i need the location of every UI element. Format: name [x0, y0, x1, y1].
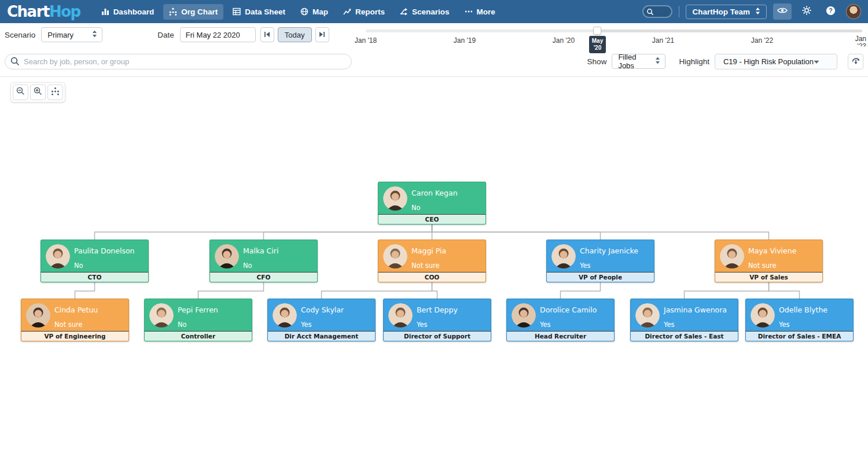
eye-icon — [777, 6, 788, 17]
job-title: Director of Sales - EMEA — [745, 331, 854, 341]
today-button[interactable]: Today — [278, 27, 312, 42]
org-card-odelle-blythe[interactable]: Odelle BlytheYesDirector of Sales - EMEA — [745, 299, 854, 341]
highlight-value: Yes — [580, 262, 591, 270]
avatar — [383, 244, 407, 268]
zoom-out-button[interactable] — [13, 84, 28, 100]
top-navbar: ChartHop DashboardOrg ChartData SheetMap… — [0, 0, 868, 23]
org-search — [5, 54, 352, 69]
highlight-value: Yes — [664, 321, 675, 329]
nav-item-scenarios[interactable]: Scenarios — [394, 4, 455, 20]
avatar — [751, 303, 775, 327]
nav-item-data-sheet[interactable]: Data Sheet — [227, 4, 291, 20]
org-chart-canvas[interactable]: Caron KeganNoCEOPaulita DonelsonNoCTOMal… — [0, 77, 868, 449]
nav-item-map[interactable]: Map — [295, 4, 334, 20]
person-name: Cody Skylar — [301, 306, 344, 314]
updown-caret-icon — [92, 31, 97, 39]
org-card-pepi-ferren[interactable]: Pepi FerrenNoController — [144, 299, 252, 341]
job-title: CEO — [378, 214, 486, 225]
filter-bar: Show Filled Jobs Highlight C19 - High Ri… — [0, 46, 868, 77]
help-button[interactable]: ? — [822, 3, 840, 21]
scenario-toolbar: Scenario Primary Date Today May '20 Jan … — [0, 23, 868, 46]
date-input[interactable] — [180, 27, 256, 42]
highlight-value: Not sure — [411, 262, 440, 270]
avatar — [551, 244, 576, 268]
job-title: Head Recruiter — [506, 331, 615, 341]
show-select-value: Filled Jobs — [618, 53, 650, 70]
date-skip-forward-button[interactable] — [315, 27, 329, 42]
highlight-value: Yes — [417, 321, 428, 329]
zoom-in-button[interactable] — [30, 84, 46, 100]
settings-button[interactable] — [798, 3, 815, 20]
date-skip-back-button[interactable] — [260, 27, 274, 42]
sync-highlight-button[interactable] — [848, 54, 863, 69]
nav-item-label: Reports — [355, 8, 385, 16]
highlight-value: Yes — [779, 321, 790, 329]
app-logo[interactable]: ChartHop — [7, 0, 80, 23]
scenario-select-value: Primary — [47, 31, 73, 39]
job-title: Controller — [144, 331, 252, 341]
timeline-track-right[interactable] — [597, 30, 862, 32]
more-icon — [465, 8, 473, 16]
gear-icon — [802, 6, 811, 17]
avatar — [512, 303, 536, 327]
job-title: VP of Engineering — [21, 331, 129, 341]
org-card-malka-ciri[interactable]: Malka CiriNoCFO — [209, 240, 318, 282]
scenario-select[interactable]: Primary — [41, 27, 102, 42]
org-card-jasmina-gwenora[interactable]: Jasmina GwenoraYesDirector of Sales - Ea… — [630, 299, 738, 341]
nav-item-more[interactable]: More — [459, 4, 501, 20]
job-title: VP of People — [546, 272, 654, 282]
job-title: CTO — [41, 272, 149, 282]
search-icon — [10, 57, 20, 68]
updown-caret-icon — [655, 57, 660, 66]
avatar — [149, 303, 174, 327]
highlight-select-value: C19 - High Risk Population — [723, 57, 814, 66]
navbar-search-input[interactable] — [642, 5, 672, 18]
timeline-tick-label: Jan '20 — [553, 36, 575, 45]
org-card-caron-kegan[interactable]: Caron KeganNoCEO — [378, 182, 486, 225]
person-name: Odelle Blythe — [779, 306, 827, 314]
org-card-paulita-donelson[interactable]: Paulita DonelsonNoCTO — [41, 240, 149, 282]
skip-forward-icon — [319, 31, 325, 39]
down-caret-icon — [814, 57, 819, 66]
timeline-track[interactable] — [366, 30, 597, 32]
team-selector[interactable]: ChartHop Team — [686, 5, 767, 19]
org-card-maggi-pia[interactable]: Maggi PiaNot sureCOO — [378, 240, 486, 282]
view-options-button[interactable] — [773, 3, 792, 20]
highlight-select[interactable]: C19 - High Risk Population — [715, 54, 837, 69]
help-icon: ? — [826, 6, 836, 18]
updown-caret-icon — [755, 8, 760, 16]
job-title: Director of Support — [383, 331, 491, 341]
org-card-cody-skylar[interactable]: Cody SkylarYesDir Acct Management — [267, 299, 376, 341]
highlight-value: No — [178, 321, 187, 329]
show-select[interactable]: Filled Jobs — [612, 54, 665, 69]
highlight-value: No — [411, 204, 421, 212]
show-label: Show — [587, 57, 607, 66]
job-title: Dir Acct Management — [267, 331, 376, 341]
person-name: Malka Ciri — [243, 246, 278, 255]
highlight-value: Yes — [301, 321, 312, 329]
avatar — [26, 303, 50, 327]
person-name: Paulita Donelson — [74, 246, 134, 255]
org-card-charity-jaenicke[interactable]: Charity JaenickeYesVP of People — [546, 240, 654, 282]
org-card-bert-deppy[interactable]: Bert DeppyYesDirector of Support — [383, 299, 491, 341]
highlight-value: Yes — [540, 321, 551, 329]
timeline-handle[interactable] — [593, 27, 601, 35]
org-card-maya-viviene[interactable]: Maya VivieneNot sureVP of Sales — [715, 240, 823, 282]
person-name: Jasmina Gwenora — [664, 306, 727, 314]
nav-item-org-chart[interactable]: Org Chart — [163, 4, 223, 20]
divider — [679, 6, 679, 17]
fit-org-button[interactable] — [47, 84, 63, 100]
nav-item-reports[interactable]: Reports — [337, 4, 391, 20]
person-name: Maya Viviene — [748, 246, 796, 255]
nav-item-dashboard[interactable]: Dashboard — [95, 4, 160, 20]
user-avatar[interactable] — [846, 4, 861, 19]
nav-item-label: Map — [312, 8, 328, 16]
nav-item-label: Data Sheet — [245, 8, 285, 16]
org-search-input[interactable] — [5, 54, 352, 69]
nav-item-label: Org Chart — [181, 8, 218, 16]
timeline-tooltip: May '20 — [589, 36, 606, 53]
org-card-cinda-petuu[interactable]: Cinda PetuuNot sureVP of Engineering — [21, 299, 129, 341]
timeline-tick-label: Jan '19 — [454, 36, 476, 45]
timeline-tick-label: Jan '22 — [751, 36, 773, 45]
org-card-dorolice-camilo[interactable]: Dorolice CamiloYesHead Recruiter — [506, 299, 615, 341]
